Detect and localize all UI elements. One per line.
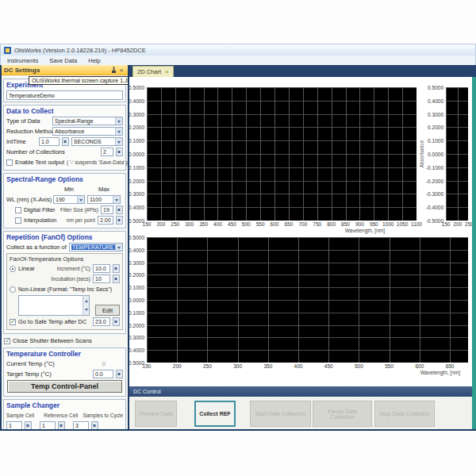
collections-input[interactable]: 2 (101, 148, 113, 156)
close-icon[interactable]: × (117, 66, 125, 74)
incubation-spinner[interactable] (113, 274, 120, 283)
current-temp-label: Current Temp (°C) (6, 360, 55, 367)
inttime-row: IntTime 1.0 SECONDS (6, 137, 123, 146)
tab-close-icon[interactable]: × (165, 68, 169, 75)
filter-size-spinner[interactable] (116, 205, 123, 214)
nm-per-point-label: nm per point (67, 217, 95, 223)
min-header: Min (53, 186, 85, 193)
pause-data-collection-button[interactable]: Pause Data Collection (313, 401, 372, 427)
reference-cell-input[interactable]: 1 (40, 421, 56, 429)
edit-button[interactable]: Edit (95, 305, 120, 316)
enable-text-checkbox[interactable] (6, 159, 13, 166)
x-axis-ticks: 150200250 (446, 221, 468, 228)
tab-2d-chart[interactable]: 2D Chart × (132, 66, 174, 77)
nonlinear-row: Non-Linear (Format: "Temp Inc Secs") (10, 285, 120, 294)
dc-settings-title: DC Settings (4, 67, 109, 74)
plot-area[interactable] (446, 87, 468, 221)
data-to-collect-group: Data to Collect Type of Data Spectral-Ra… (3, 105, 126, 171)
target-temp-spinner[interactable] (116, 370, 123, 378)
preview-data-button[interactable]: Preview Data (135, 401, 177, 427)
linear-radio[interactable] (10, 266, 16, 272)
safe-temp-input[interactable]: 23.0 (93, 317, 110, 326)
max-header: Max (87, 186, 121, 193)
reference-cell-spinner[interactable] (58, 421, 65, 429)
samples-to-cycle-input[interactable]: 3 (73, 421, 89, 429)
type-of-data-combo[interactable]: Spectral-Range (52, 117, 123, 125)
safe-temp-checkbox[interactable] (10, 319, 16, 325)
safe-temp-spinner[interactable] (113, 317, 120, 326)
inttime-input[interactable]: 1.0 (39, 137, 60, 146)
experiment-input[interactable]: TemperatureDemo (6, 90, 123, 100)
window-title: OlisWorks (Version 2.0.18228.219) - HP84… (14, 47, 146, 54)
scrollbar[interactable] (83, 296, 89, 315)
chart-bottom: Absorbance 0.50000.40000.30000.20000.100… (147, 237, 468, 363)
app-window: OlisWorks (Version 2.0.18228.219) - HP84… (0, 44, 476, 431)
chevron-down-icon (77, 196, 84, 203)
title-bar[interactable]: OlisWorks (Version 2.0.18228.219) - HP84… (0, 44, 476, 56)
samples-to-cycle-spinner[interactable] (91, 421, 98, 429)
function-label: Collect as a function of (6, 244, 67, 251)
wl-max-combo[interactable]: 1100 (87, 195, 121, 204)
chevron-down-icon (115, 244, 122, 251)
minmax-header-row: Min Max (6, 185, 123, 194)
dc-control-header[interactable]: DC Control (129, 386, 476, 397)
menu-help[interactable]: Help (88, 57, 100, 64)
incubation-input[interactable]: 10 (93, 274, 110, 283)
plot-area[interactable] (147, 237, 468, 363)
inttime-spinner[interactable] (62, 137, 69, 146)
collections-spinner[interactable] (116, 148, 123, 156)
enable-text-row: Enable Text output ( '-' suspends 'Save-… (6, 158, 123, 167)
function-combo[interactable]: TEMPERATURE (°C) (69, 243, 123, 251)
temperature-controller-title: Temperature Controller (6, 350, 123, 358)
menu-instruments[interactable]: Instruments (7, 57, 38, 64)
incubation-row: Incubation (secs) 10 (10, 274, 120, 283)
target-temp-input[interactable]: 0.0 (93, 370, 113, 378)
temperature-controller-group: Temperature Controller Current Temp (°C)… (3, 347, 126, 397)
x-axis-label: Wavelength, [nm] (345, 228, 385, 233)
spectral-range-group: Spectral-Range Options Min Max WL (nm) (… (3, 173, 126, 228)
plot-area[interactable] (147, 87, 416, 221)
nm-per-point-spinner[interactable] (116, 216, 123, 225)
collect-ref-button[interactable]: Collect REF (194, 401, 236, 427)
nm-per-point-input[interactable]: 2.00 (98, 216, 113, 225)
increment-spinner[interactable] (113, 264, 120, 273)
filter-size-input[interactable]: 19 (101, 205, 113, 214)
close-shutter-checkbox[interactable] (4, 338, 10, 344)
dc-control-panel: DC Control Preview Data Collect REF Star… (129, 386, 476, 429)
interpolation-checkbox[interactable] (15, 217, 21, 224)
target-temp-row: Target Temp (°C) 0.0 (6, 370, 123, 378)
chevron-down-icon (115, 117, 122, 125)
samples-to-cycle-label: Samples to Cycle (83, 413, 123, 418)
increment-input[interactable]: 10.0 (93, 264, 110, 273)
dc-settings-body: OLISWorks thermal screen capture 1.JPG E… (2, 75, 128, 429)
repetition-title: Repetition (FanOf) Options (6, 233, 123, 241)
nonlinear-radio[interactable] (10, 286, 16, 293)
sample-changer-values: 1 1 3 (6, 421, 123, 429)
menu-save-data[interactable]: Save Data (49, 57, 77, 64)
sample-cell-input[interactable]: 1 (6, 421, 22, 429)
temp-control-panel-button[interactable]: Temp Control-Panel (7, 380, 122, 393)
chart-top-right: Absorbance 0.50000.40000.30000.20000.100… (446, 87, 468, 221)
temp-steps-listbox[interactable] (18, 295, 90, 316)
safe-temp-label: Go to Safe Temp after DC (18, 318, 86, 325)
window-edge (472, 77, 476, 429)
dc-settings-header[interactable]: DC Settings × (2, 65, 128, 75)
filter-size-label: Filter Size (#Pts) (60, 207, 98, 213)
chevron-down-icon (113, 196, 120, 203)
digital-filter-checkbox[interactable] (15, 207, 21, 213)
sample-cell-spinner[interactable] (25, 421, 32, 429)
collections-row: Number of Collections 2 (6, 148, 123, 156)
reduction-method-combo[interactable]: Absorbance (52, 127, 123, 136)
sample-cell-label: Sample Cell (6, 413, 41, 418)
inttime-units-combo[interactable]: SECONDS (71, 137, 123, 146)
wl-min-value: 190 (56, 197, 65, 202)
start-data-collection-button[interactable]: Start Data Collection (250, 401, 311, 427)
stop-data-collection-button[interactable]: Stop Data Collection (374, 401, 435, 427)
close-shutter-row: Close Shutter Between Scans (4, 336, 125, 345)
tab-label: 2D Chart (137, 68, 161, 75)
chevron-down-icon (115, 138, 122, 145)
reduction-method-label: Reduction Method (6, 128, 50, 135)
pin-icon[interactable] (109, 66, 117, 74)
wl-min-combo[interactable]: 190 (53, 195, 85, 204)
charts-panel: Absorbance 0.50000.40000.30000.20000.100… (129, 77, 472, 386)
